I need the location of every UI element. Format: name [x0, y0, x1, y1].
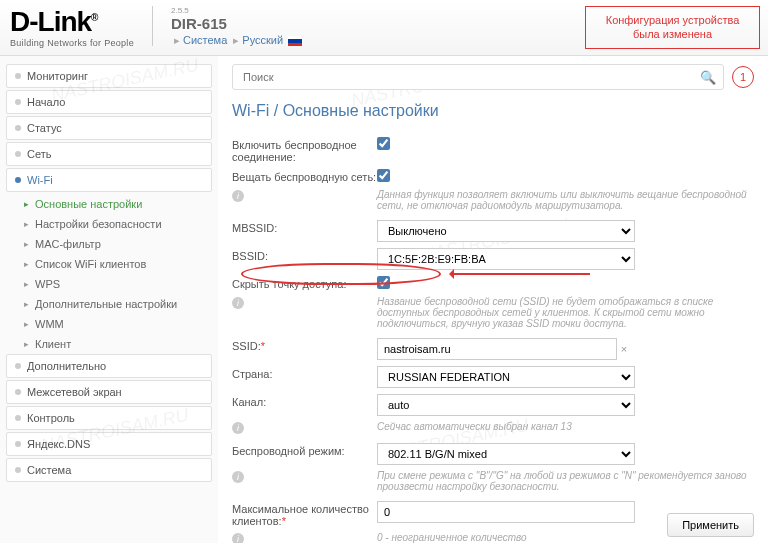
config-changed-alert[interactable]: Конфигурация устройства была изменена	[585, 6, 760, 49]
label-bssid: BSSID:	[232, 248, 377, 262]
label-hide: Скрыть точку доступа:	[232, 276, 377, 290]
main-content: 🔍 1 Wi-Fi / Основные настройки Включить …	[218, 56, 768, 543]
brand-logo: D-Link®	[10, 6, 134, 38]
model-name: DIR-615	[171, 15, 227, 32]
label-enable: Включить беспроводное соединение:	[232, 137, 377, 163]
info-icon: i	[232, 422, 244, 434]
brand-tagline: Building Networks for People	[10, 38, 134, 48]
nav-status[interactable]: Статус	[6, 116, 212, 140]
checkbox-hide-ap[interactable]	[377, 276, 390, 289]
info-icon: i	[232, 297, 244, 309]
select-mbssid[interactable]: Выключено	[377, 220, 635, 242]
nav-start[interactable]: Начало	[6, 90, 212, 114]
select-bssid[interactable]: 1C:5F:2B:E9:FB:BA	[377, 248, 635, 270]
nav-network[interactable]: Сеть	[6, 142, 212, 166]
nav-yandexdns[interactable]: Яндекс.DNS	[6, 432, 212, 456]
info-broadcast: Данная функция позволяет включить или вы…	[377, 189, 754, 211]
label-mode: Беспроводной режим:	[232, 443, 377, 457]
nav-wifi-advanced[interactable]: ▸Дополнительные настройки	[6, 294, 212, 314]
info-channel: Сейчас автоматически выбран канал 13	[377, 421, 754, 432]
nav-wifi-wps[interactable]: ▸WPS	[6, 274, 212, 294]
input-ssid[interactable]	[377, 338, 617, 360]
checkbox-broadcast[interactable]	[377, 169, 390, 182]
select-country[interactable]: RUSSIAN FEDERATION	[377, 366, 635, 388]
nav-advanced[interactable]: Дополнительно	[6, 354, 212, 378]
label-maxclients: Максимальное количество клиентов:*	[232, 501, 377, 527]
page-title: Wi-Fi / Основные настройки	[232, 102, 754, 120]
firmware-version: 2.5.5	[171, 6, 302, 15]
header: D-Link® Building Networks for People 2.5…	[0, 0, 768, 56]
label-country: Страна:	[232, 366, 377, 380]
nav-wifi-wmm[interactable]: ▸WMM	[6, 314, 212, 334]
nav-monitoring[interactable]: Мониторинг	[6, 64, 212, 88]
search-icon[interactable]: 🔍	[700, 70, 716, 85]
checkbox-enable[interactable]	[377, 137, 390, 150]
nav-firewall[interactable]: Межсетевой экран	[6, 380, 212, 404]
select-mode[interactable]: 802.11 B/G/N mixed	[377, 443, 635, 465]
apply-button[interactable]: Применить	[667, 513, 754, 537]
input-maxclients[interactable]	[377, 501, 635, 523]
nav-wifi-basic[interactable]: ▸Основные настройки	[6, 194, 212, 214]
breadcrumb[interactable]: ▸Система ▸Русский	[171, 34, 302, 47]
info-mode: При смене режима с "B"/"G" на любой из р…	[377, 470, 754, 492]
label-mbssid: MBSSID:	[232, 220, 377, 234]
notification-badge[interactable]: 1	[732, 66, 754, 88]
info-icon: i	[232, 190, 244, 202]
info-icon: i	[232, 533, 244, 543]
search-input[interactable]	[232, 64, 724, 90]
info-hide: Название беспроводной сети (SSID) не буд…	[377, 296, 754, 329]
label-ssid: SSID:*	[232, 338, 377, 352]
nav-wifi-security[interactable]: ▸Настройки безопасности	[6, 214, 212, 234]
select-channel[interactable]: auto	[377, 394, 635, 416]
label-broadcast: Вещать беспроводную сеть:	[232, 169, 377, 183]
nav-control[interactable]: Контроль	[6, 406, 212, 430]
label-channel: Канал:	[232, 394, 377, 408]
nav-wifi-client[interactable]: ▸Клиент	[6, 334, 212, 354]
sidebar: Мониторинг Начало Статус Сеть Wi-Fi ▸Осн…	[0, 56, 218, 543]
nav-wifi-mac[interactable]: ▸MAC-фильтр	[6, 234, 212, 254]
info-icon: i	[232, 471, 244, 483]
flag-icon	[288, 36, 302, 46]
nav-wifi[interactable]: Wi-Fi	[6, 168, 212, 192]
clear-icon[interactable]: ×	[617, 343, 631, 355]
nav-system[interactable]: Система	[6, 458, 212, 482]
nav-wifi-clients[interactable]: ▸Список WiFi клиентов	[6, 254, 212, 274]
